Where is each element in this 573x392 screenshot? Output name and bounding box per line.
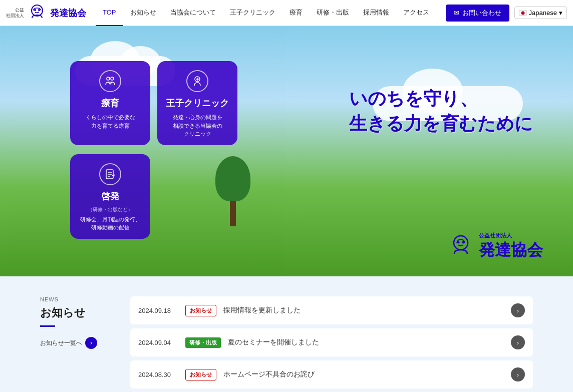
nav-kenshu[interactable]: 研修・出版 (310, 0, 356, 26)
news-more-label: お知らせ一覧へ (40, 339, 82, 347)
news-date: 2024.08.30 (138, 371, 178, 378)
news-item[interactable]: 2024.08.30 お知らせ ホームページ不具合のお詫び › (130, 360, 533, 388)
nav-access[interactable]: アクセス (396, 0, 436, 26)
nav-clinic[interactable]: 王子クリニック (223, 0, 282, 26)
hero-section: いのちを守り、 生きる力を育むために 公益社団法人 発達協会 (0, 26, 573, 276)
card-clinic[interactable]: 王子クリニック 発達・心身の問題を 相談できる当協会の クリニック (157, 61, 237, 145)
news-arrow-icon: › (511, 335, 525, 349)
hero-logo-watermark: 公益社団法人 発達協会 (447, 232, 543, 261)
card-ryoiku-icon (99, 70, 121, 92)
hero-tagline-text: いのちを守り、 生きる力を育むために (349, 86, 533, 137)
svg-point-3 (454, 236, 468, 250)
contact-label: お問い合わせ (462, 9, 501, 18)
logo-brand: 発達協会 (50, 7, 86, 19)
hero-logo-small: 公益社団法人 (479, 232, 543, 239)
news-date: 2024.09.18 (138, 307, 178, 314)
news-arrow-icon: › (511, 367, 525, 381)
language-selector[interactable]: Japanese ▾ (514, 7, 567, 19)
hero-logo-texts: 公益社団法人 発達協会 (479, 232, 543, 261)
hero-tagline: いのちを守り、 生きる力を育むために (349, 86, 533, 137)
chevron-down-icon: ▾ (559, 9, 562, 17)
hero-logo-icon (447, 233, 475, 260)
nav-saiyou[interactable]: 採用情報 (356, 0, 396, 26)
nav-news[interactable]: お知らせ (123, 0, 163, 26)
svg-point-1 (34, 9, 36, 11)
news-item-text: 採用情報を更新しました (223, 306, 504, 315)
header: 公益社団法人 発達協会 TOP お知らせ 当協会について 王子クリニック 療育 … (0, 0, 573, 26)
news-left-panel: NEWS お知らせ お知らせ一覧へ › (40, 296, 120, 349)
card-keihatsu-title: 啓発 (77, 190, 143, 202)
nav-about[interactable]: 当協会について (163, 0, 223, 26)
hero-line2: 生きる力を育むために (349, 113, 533, 134)
nav-ryoiku[interactable]: 療育 (282, 0, 310, 26)
hero-cards: 療育 くらしの中で必要な 力を育てる療育 王子クリニック 発達・心身の問題を 相… (70, 61, 237, 239)
news-badge-oshirase: お知らせ (185, 369, 216, 380)
svg-point-4 (457, 241, 460, 244)
card-keihatsu[interactable]: 啓発 （研修・出版など） 研修会、月刊誌の発行、 研修動画の配信 (70, 154, 150, 239)
news-arrow-icon: › (511, 303, 525, 317)
svg-point-5 (462, 241, 465, 244)
main-nav: TOP お知らせ 当協会について 王子クリニック 療育 研修・出版 採用情報 ア… (86, 0, 446, 26)
news-badge-oshirase: お知らせ (185, 305, 216, 316)
news-item[interactable]: 2024.09.04 研修・出版 夏のセミナーを開催しました › (130, 328, 533, 356)
flag-jp-icon (519, 10, 527, 16)
mail-icon: ✉ (454, 9, 459, 17)
lang-label: Japanese (529, 9, 557, 17)
card-keihatsu-desc: 研修会、月刊誌の発行、 研修動画の配信 (77, 215, 143, 232)
contact-button[interactable]: ✉ お問い合わせ (446, 5, 509, 22)
news-more-link[interactable]: お知らせ一覧へ › (40, 337, 120, 349)
news-underline (40, 325, 55, 327)
card-clinic-title: 王子クリニック (164, 97, 230, 109)
card-keihatsu-icon (99, 163, 121, 185)
card-ryoiku-title: 療育 (77, 97, 143, 109)
card-keihatsu-subtitle: （研修・出版など） (77, 206, 143, 213)
news-badge-kenshu: 研修・出版 (185, 337, 221, 348)
logo-icon (27, 4, 47, 22)
logo-small-text: 公益社団法人 (6, 8, 24, 19)
hero-logo-brand: 発達協会 (479, 239, 543, 261)
svg-point-7 (111, 77, 114, 80)
news-label: NEWS (40, 296, 120, 302)
card-clinic-icon (186, 70, 208, 92)
news-item-text: ホームページ不具合のお詫び (223, 370, 504, 379)
news-more-arrow-icon: › (85, 337, 97, 349)
card-clinic-desc: 発達・心身の問題を 相談できる当協会の クリニック (164, 113, 230, 138)
news-title: お知らせ (40, 305, 120, 320)
logo[interactable]: 公益社団法人 発達協会 (6, 4, 86, 22)
card-ryoiku-desc: くらしの中で必要な 力を育てる療育 (77, 113, 143, 130)
news-section: NEWS お知らせ お知らせ一覧へ › 2024.09.18 お知らせ 採用情報… (0, 276, 573, 392)
hero-line1: いのちを守り、 (349, 88, 478, 109)
news-item-text: 夏のセミナーを開催しました (228, 338, 504, 347)
news-items-list: 2024.09.18 お知らせ 採用情報を更新しました › 2024.09.04… (130, 296, 533, 388)
svg-point-2 (38, 9, 40, 11)
svg-point-6 (107, 77, 110, 80)
card-ryoiku[interactable]: 療育 くらしの中で必要な 力を育てる療育 (70, 61, 150, 145)
news-item[interactable]: 2024.09.18 お知らせ 採用情報を更新しました › (130, 296, 533, 324)
header-right: ✉ お問い合わせ Japanese ▾ (446, 5, 567, 22)
nav-top[interactable]: TOP (96, 0, 123, 26)
news-date: 2024.09.04 (138, 339, 178, 346)
